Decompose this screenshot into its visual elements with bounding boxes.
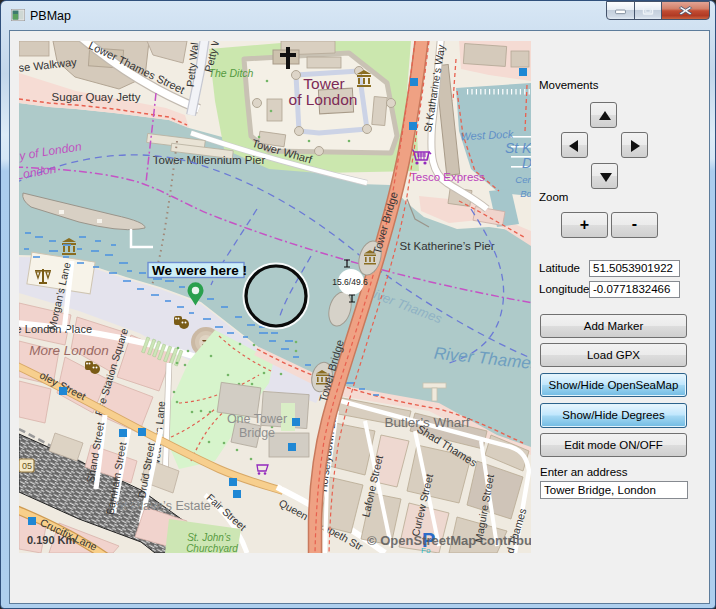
svg-text:D: D <box>522 155 531 171</box>
svg-text:St Olave’s Estate: St Olave’s Estate <box>115 499 211 513</box>
svg-text:St Ka: St Ka <box>505 140 531 156</box>
svg-text:05: 05 <box>22 461 32 471</box>
svg-text:of London: of London <box>289 91 358 108</box>
svg-text:Sugar Quay Jetty: Sugar Quay Jetty <box>52 91 141 103</box>
svg-text:St. John’s: St. John’s <box>187 532 231 543</box>
svg-text:Bridge: Bridge <box>239 426 275 440</box>
svg-text:St Katherine’s Pier: St Katherine’s Pier <box>399 240 494 252</box>
svg-text:© OpenStreetMap contributors: © OpenStreetMap contributors <box>367 533 531 548</box>
svg-text:Tesco Express: Tesco Express <box>410 171 485 183</box>
svg-text:River Thames: River Thames <box>433 344 531 374</box>
svg-text:Tower: Tower <box>303 75 344 92</box>
svg-text:Churchyard: Churchyard <box>186 543 238 553</box>
svg-text:Bo: Bo <box>520 188 531 199</box>
svg-text:More London: More London <box>29 343 109 358</box>
svg-text:y of London: y of London <box>19 139 83 163</box>
svg-text:0.190 Km: 0.190 Km <box>27 534 76 546</box>
svg-text:Cen: Cen <box>515 174 531 185</box>
svg-text:London: London <box>19 162 58 183</box>
svg-text:One Tower: One Tower <box>227 412 287 426</box>
svg-text:We were here !: We were here ! <box>152 263 247 278</box>
svg-text:15.6/49.6: 15.6/49.6 <box>332 277 368 287</box>
svg-text:Tower Millennium Pier: Tower Millennium Pier <box>153 154 266 166</box>
svg-text:The Ditch: The Ditch <box>209 67 254 79</box>
